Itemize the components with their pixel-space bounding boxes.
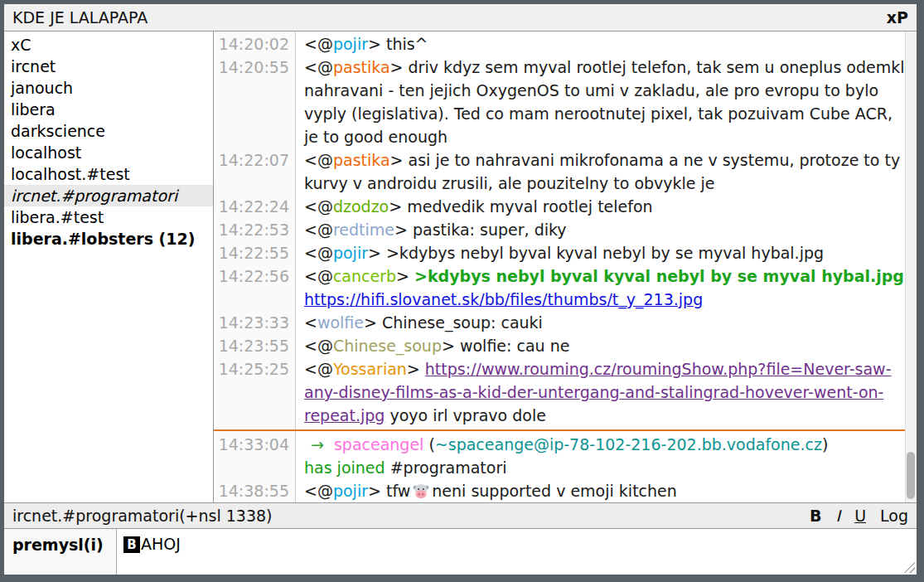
sidebar-item-localhost[interactable]: localhost [4, 142, 213, 163]
nick-dzodzo: dzodzo [333, 197, 389, 216]
quoted-bold-text: >kdybys nebyl byval kyval nebyl by se my… [414, 267, 904, 285]
input-row: premysl(i) BAHOJ [4, 529, 917, 575]
sidebar-item-xc[interactable]: xC [4, 34, 213, 56]
status-bar: ircnet.#programatori(+nsl 1338) B I U Lo… [4, 502, 917, 529]
sidebar-item-libera[interactable]: libera [4, 99, 213, 120]
sidebar-item-ircnet[interactable]: ircnet [4, 56, 213, 77]
message-text: yoyo irl vpravo dole [385, 406, 546, 424]
channel-mode-info: ircnet.#programatori(+nsl 1338) [12, 507, 273, 525]
timestamp: 14:38:55 [214, 479, 296, 502]
join-action-text: has joined [304, 458, 385, 477]
message-text: pastika: super, diky [413, 221, 567, 239]
unread-marker-divider [214, 429, 905, 431]
message-text: this^ [386, 35, 428, 53]
nick-wolfie: wolfie [317, 313, 364, 332]
message-text: wolfie: cau ne [460, 337, 569, 355]
timestamp: 14:22:24 [214, 195, 296, 218]
nick-chinese-soup: Chinese_soup [333, 337, 442, 355]
sidebar-item-libera-test[interactable]: libera.#test [4, 206, 213, 228]
join-message: 14:33:04 →spaceangel (~spaceange@ip-78-1… [214, 433, 905, 479]
timestamp: 14:22:56 [214, 264, 296, 288]
timestamp: 14:22:53 [214, 218, 296, 241]
join-channel: #programatori [385, 458, 507, 477]
own-nick-label: premysl(i) [4, 529, 117, 575]
message-text: neni supported v emoji kitchen [432, 482, 676, 500]
nick-redtime: redtime [333, 221, 394, 239]
bold-control-char-badge: B [123, 536, 140, 553]
chat-message: 14:23:33 <wolfie> Chinese_soup: cauki [214, 311, 905, 334]
user-hostmask: ~spaceange@ip-78-102-216-202.bb.vodafone… [435, 435, 822, 453]
message-input[interactable]: BAHOJ [117, 529, 917, 575]
timestamp: 14:23:55 [214, 334, 296, 357]
timestamp: 14:23:33 [214, 311, 296, 334]
nick-cancerb: cancerb [333, 267, 396, 285]
bold-button[interactable]: B [810, 507, 821, 525]
scrollbar-thumb[interactable] [907, 452, 915, 499]
window-title: KDE JE LALAPAPA [12, 8, 148, 27]
log-button[interactable]: Log [880, 507, 908, 525]
close-button[interactable]: xP [887, 8, 908, 27]
timestamp: 14:22:55 [214, 241, 296, 264]
chat-message: 14:22:24 <@dzodzo> medvedik myval rootle… [214, 195, 905, 218]
message-link[interactable]: https://hifi.slovanet.sk/bb/files/thumbs… [304, 290, 703, 308]
join-arrow-icon: → [304, 435, 334, 453]
sidebar-item-darkscience[interactable]: darkscience [4, 120, 213, 142]
nick-pastika: pastika [333, 151, 390, 169]
message-text: tfw [386, 482, 410, 500]
timestamp: 14:33:04 [214, 433, 296, 456]
nick-pojir: pojir [333, 35, 368, 53]
irc-client-window: KDE JE LALAPAPA xP xC ircnet janouch lib… [0, 0, 924, 582]
sidebar-item-ircnet-programatori[interactable]: ircnet.#programatori [4, 185, 213, 206]
sidebar-item-janouch[interactable]: janouch [4, 77, 213, 99]
main-area: xC ircnet janouch libera darkscience loc… [4, 32, 917, 502]
message-list: vadi, tak at mi nevola 14:19:10 <@redtim… [214, 32, 905, 502]
timestamp: 14:20:55 [214, 56, 296, 79]
chat-area: vadi, tak at mi nevola 14:19:10 <@redtim… [214, 32, 917, 502]
nick-pojir: pojir [333, 244, 368, 262]
timestamp: 14:25:25 [214, 357, 296, 381]
chat-scrollbar[interactable] [905, 32, 917, 502]
chat-message: 14:23:55 <@Chinese_soup> wolfie: cau ne [214, 334, 905, 357]
timestamp: 14:22:07 [214, 148, 296, 172]
message-text: medvedik myval rootlej telefon [407, 197, 652, 216]
nick-spaceangel: spaceangel [334, 435, 423, 453]
chat-message: 14:25:25 <@Yossarian> https://www.roumin… [214, 357, 905, 427]
input-text: AHOJ [141, 535, 181, 553]
nick-yossarian: Yossarian [333, 360, 407, 378]
chat-message: 14:22:55 <@pojir> >kdybys nebyl byval ky… [214, 241, 905, 264]
sidebar-item-libera-lobsters[interactable]: libera.#lobsters (12) [4, 228, 213, 250]
format-buttons: B I U Log [810, 507, 908, 525]
sidebar-item-localhost-test[interactable]: localhost.#test [4, 163, 213, 185]
nick-pojir: pojir [333, 482, 368, 500]
chat-message: 14:22:07 <@pastika> asi je to nahravani … [214, 148, 905, 195]
underline-button[interactable]: U [854, 507, 866, 525]
chat-message: 14:38:55 <@pojir> tfwneni supported v em… [214, 479, 905, 502]
italic-button[interactable]: I [836, 507, 841, 525]
nick-pastika: pastika [333, 58, 390, 76]
timestamp: 14:20:02 [214, 32, 296, 56]
chat-message: 14:20:02 <@pojir> this^ [214, 32, 905, 56]
message-text: >kdybys nebyl byval kyval nebyl by se my… [386, 244, 824, 262]
chat-message: 14:22:53 <@redtime> pastika: super, diky [214, 218, 905, 241]
title-bar: KDE JE LALAPAPA xP [4, 4, 917, 32]
cow-face-emoji [413, 483, 429, 499]
message-text: Chinese_soup: cauki [382, 313, 543, 332]
chat-message: 14:20:55 <@pastika> driv kdyz sem myval … [214, 56, 905, 148]
channel-sidebar: xC ircnet janouch libera darkscience loc… [4, 32, 214, 502]
chat-message: 14:22:56 <@cancerb> >kdybys nebyl byval … [214, 264, 905, 311]
